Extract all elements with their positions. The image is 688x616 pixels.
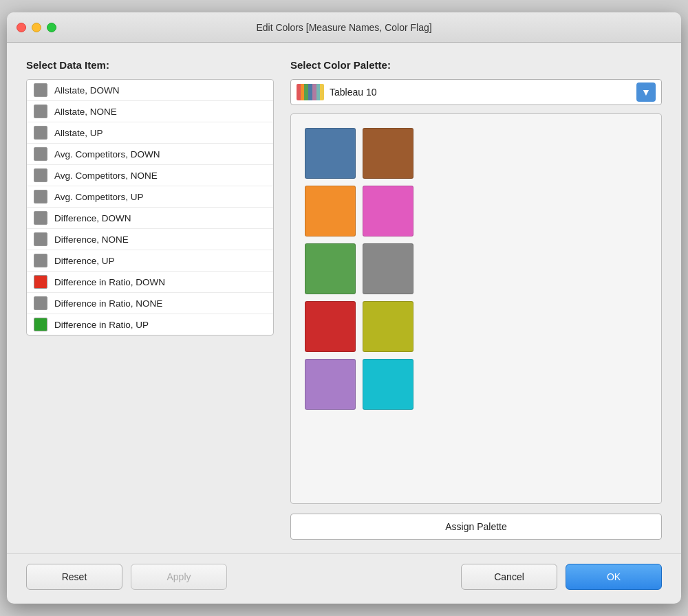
data-list-item[interactable]: Difference, UP — [27, 250, 273, 272]
footer: Reset Apply Cancel OK — [7, 553, 681, 604]
item-color-swatch — [34, 147, 47, 161]
item-label: Allstate, NONE — [54, 107, 117, 117]
item-color-swatch — [34, 104, 47, 118]
data-list-item[interactable]: Allstate, DOWN — [27, 80, 273, 101]
item-label: Difference, UP — [54, 256, 115, 266]
grid-color-swatch[interactable] — [363, 128, 413, 179]
cancel-button[interactable]: Cancel — [461, 564, 557, 590]
item-label: Avg. Competitors, UP — [54, 192, 144, 202]
color-palette-panel-title: Select Color Palette: — [290, 59, 662, 71]
item-label: Avg. Competitors, NONE — [54, 170, 158, 181]
item-color-swatch — [34, 275, 47, 289]
footer-right: Cancel OK — [461, 564, 662, 590]
item-color-swatch — [34, 190, 47, 204]
item-label: Difference, DOWN — [54, 213, 131, 223]
grid-color-swatch[interactable] — [305, 128, 356, 179]
reset-button[interactable]: Reset — [26, 564, 122, 590]
item-label: Difference in Ratio, NONE — [54, 298, 162, 309]
window-title: Edit Colors [Measure Names, Color Flag] — [256, 22, 431, 33]
edit-colors-window: Edit Colors [Measure Names, Color Flag] … — [7, 12, 681, 604]
item-color-swatch — [34, 83, 47, 97]
titlebar: Edit Colors [Measure Names, Color Flag] — [7, 12, 681, 43]
right-panel: Select Color Palette: Tableau 10 ▼ Assig… — [290, 59, 662, 540]
data-list-item[interactable]: Allstate, NONE — [27, 101, 273, 122]
item-label: Allstate, DOWN — [54, 85, 120, 96]
traffic-lights — [17, 23, 56, 32]
grid-color-swatch[interactable] — [363, 359, 413, 410]
grid-color-swatch[interactable] — [305, 301, 356, 352]
data-list-item[interactable]: Difference in Ratio, DOWN — [27, 272, 273, 293]
data-list-item[interactable]: Avg. Competitors, UP — [27, 186, 273, 208]
grid-color-swatch[interactable] — [305, 243, 356, 294]
data-item-list: Allstate, DOWNAllstate, NONEAllstate, UP… — [26, 79, 274, 336]
item-label: Allstate, UP — [54, 128, 103, 138]
data-list-item[interactable]: Difference, DOWN — [27, 208, 273, 229]
item-color-swatch — [34, 126, 47, 140]
item-color-swatch — [34, 318, 47, 331]
dropdown-chevron-icon[interactable]: ▼ — [636, 82, 656, 102]
data-list-item[interactable]: Difference in Ratio, NONE — [27, 293, 273, 314]
data-list-item[interactable]: Avg. Competitors, NONE — [27, 165, 273, 186]
data-list-item[interactable]: Avg. Competitors, DOWN — [27, 144, 273, 165]
color-grid-container — [290, 113, 662, 504]
item-color-swatch — [34, 168, 47, 182]
item-color-swatch — [34, 296, 47, 310]
grid-color-swatch[interactable] — [363, 186, 413, 236]
palette-dropdown[interactable]: Tableau 10 ▼ — [290, 79, 662, 105]
grid-color-swatch[interactable] — [305, 359, 356, 410]
assign-palette-button[interactable]: Assign Palette — [290, 514, 662, 540]
main-content: Select Data Item: Allstate, DOWNAllstate… — [7, 43, 681, 553]
color-grid — [305, 128, 413, 410]
item-label: Difference in Ratio, DOWN — [54, 277, 165, 287]
palette-name-label: Tableau 10 — [330, 87, 631, 98]
left-panel: Select Data Item: Allstate, DOWNAllstate… — [26, 59, 274, 540]
data-list-item[interactable]: Difference in Ratio, UP — [27, 314, 273, 335]
maximize-button[interactable] — [47, 23, 56, 32]
data-item-panel-title: Select Data Item: — [26, 59, 274, 71]
grid-color-swatch[interactable] — [363, 301, 413, 352]
footer-left: Reset Apply — [26, 564, 227, 590]
apply-button[interactable]: Apply — [131, 564, 227, 590]
item-label: Difference in Ratio, UP — [54, 320, 149, 330]
item-color-swatch — [34, 211, 47, 225]
minimize-button[interactable] — [32, 23, 41, 32]
grid-color-swatch[interactable] — [305, 186, 356, 236]
palette-selector: Tableau 10 ▼ — [290, 79, 662, 105]
item-label: Difference, NONE — [54, 234, 129, 245]
data-list-item[interactable]: Difference, NONE — [27, 229, 273, 250]
data-list-item[interactable]: Allstate, UP — [27, 122, 273, 144]
item-color-swatch — [34, 232, 47, 246]
close-button[interactable] — [17, 23, 26, 32]
palette-preview-icon — [297, 84, 324, 100]
ok-button[interactable]: OK — [566, 564, 662, 590]
grid-color-swatch[interactable] — [363, 243, 413, 294]
item-label: Avg. Competitors, DOWN — [54, 149, 160, 160]
item-color-swatch — [34, 254, 47, 267]
